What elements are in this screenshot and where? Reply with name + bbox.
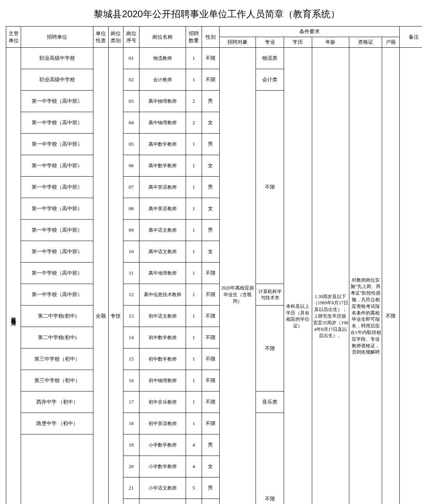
cell-qty: 1 xyxy=(186,306,202,327)
cell-edu: 本科及以上学历（具有相应的学位证） xyxy=(284,48,312,504)
cell-name: 高中物理教师 xyxy=(139,112,186,134)
cell-seq: 10 xyxy=(123,241,139,263)
cell-unit: 第二中学校(初中) xyxy=(21,327,93,349)
cell-name: 小学语文教师 xyxy=(139,477,186,499)
cell-qty: 1 xyxy=(186,241,202,263)
cell-unit: 第三中学校（初中） xyxy=(21,370,93,391)
cell-unit: 第一中学校（高中部） xyxy=(21,241,93,263)
cell-qty: 1 xyxy=(186,413,202,434)
cell-gender: 不限 xyxy=(202,69,219,91)
cell-gender: 男 xyxy=(202,434,219,456)
cell-gender: 不限 xyxy=(202,284,219,306)
cell-gender: 男 xyxy=(202,177,219,198)
cell-qty: 1 xyxy=(186,327,202,349)
cell-name: 初中数学教师 xyxy=(139,327,186,349)
table-row: 黎城县教育局职业高级中学校全额专技01物流教师1不限2020年高校应届毕业生（含… xyxy=(6,48,422,69)
th-target: 招聘对象 xyxy=(220,37,256,48)
cell-unit: 第一中学校（高中部） xyxy=(21,91,93,112)
th-nature: 单位性质 xyxy=(93,27,108,48)
cell-unit: 第一中学校（高中部） xyxy=(21,112,93,134)
cell-unit: 乡镇小学、县直小学 xyxy=(21,434,93,504)
cell-seq: 12 xyxy=(123,284,139,306)
cell-unit: 职业高级中学校 xyxy=(21,48,93,69)
cell-unit: 第一中学校（高中部） xyxy=(21,263,93,284)
cell-name: 高中语文教师 xyxy=(139,220,186,241)
th-qty: 招聘数量 xyxy=(186,27,202,48)
cell-gender: 女 xyxy=(202,499,219,504)
cell-remark xyxy=(400,48,422,504)
cell-cat: 专技 xyxy=(108,48,123,504)
th-cat: 岗位类别 xyxy=(108,27,123,48)
cell-name: 高中数学教师 xyxy=(139,155,186,177)
cell-major: 音乐类 xyxy=(256,391,284,413)
cell-name: 高中数学教师 xyxy=(139,134,186,155)
cell-qty: 1 xyxy=(186,155,202,177)
cell-seq: 21 xyxy=(123,477,139,499)
cell-unit: 第一中学校（高中部） xyxy=(21,198,93,220)
th-major: 专业 xyxy=(256,37,284,48)
cell-major: 计算机科学与技术类 xyxy=(256,284,284,306)
th-seq: 岗位序号 xyxy=(123,27,139,48)
cell-gender: 不限 xyxy=(202,48,219,69)
cell-unit: 第三中学校（初中） xyxy=(21,349,93,370)
cell-name: 高中地理教师 xyxy=(139,263,186,284)
cell-seq: 03 xyxy=(123,91,139,112)
cell-qty: 1 xyxy=(186,263,202,284)
cell-seq: 06 xyxy=(123,155,139,177)
cell-seq: 04 xyxy=(123,112,139,134)
cell-unit: 职业高级中学校 xyxy=(21,69,93,91)
cell-qty: 2 xyxy=(186,112,202,134)
th-name: 岗位名称 xyxy=(139,27,186,48)
cell-qty: 1 xyxy=(186,349,202,370)
th-unit: 招聘单位 xyxy=(21,27,93,48)
cell-seq: 17 xyxy=(123,391,139,413)
cell-gender: 女 xyxy=(202,241,219,263)
cell-seq: 15 xyxy=(123,349,139,370)
cell-qty: 1 xyxy=(186,370,202,391)
cell-name: 高中英语教师 xyxy=(139,198,186,220)
cell-qty: 1 xyxy=(186,177,202,198)
cell-gender: 不限 xyxy=(202,349,219,370)
cell-unit: 第一中学校（高中部） xyxy=(21,177,93,198)
cell-name: 初中物理教师 xyxy=(139,370,186,391)
cell-name: 高中物理教师 xyxy=(139,91,186,112)
cell-name: 初中语文教师 xyxy=(139,306,186,327)
cell-seq: 08 xyxy=(123,198,139,220)
cell-name: 会计教师 xyxy=(139,69,186,91)
cell-qty: 1 xyxy=(186,134,202,155)
cell-gender: 女 xyxy=(202,198,219,220)
cell-seq: 09 xyxy=(123,220,139,241)
recruitment-table: 主管单位 招聘单位 单位性质 岗位类别 岗位序号 岗位名称 招聘数量 性别 条件… xyxy=(6,26,422,504)
th-edu: 学历 xyxy=(284,37,312,48)
th-residence: 户籍 xyxy=(382,37,399,48)
cell-gender: 不限 xyxy=(202,306,219,327)
cell-unit: 西井中学 （初中） xyxy=(21,391,93,413)
cell-name: 物流教师 xyxy=(139,48,186,69)
cell-seq: 18 xyxy=(123,413,139,434)
cell-seq: 01 xyxy=(123,48,139,69)
cell-unit: 第二中学校(初中) xyxy=(21,306,93,327)
cell-gender: 不限 xyxy=(202,413,219,434)
cell-name: 高中信息技术教师 xyxy=(139,284,186,306)
cell-gender: 男 xyxy=(202,477,219,499)
cell-qty: 1 xyxy=(186,69,202,91)
cell-unit: 第一中学校（高中部） xyxy=(21,134,93,155)
th-remark: 备注 xyxy=(400,27,422,48)
cell-major: 物流类 xyxy=(256,48,284,69)
cell-gender: 不限 xyxy=(202,327,219,349)
cell-major: 会计类 xyxy=(256,69,284,91)
cell-seq: 19 xyxy=(123,434,139,456)
cell-gender: 女 xyxy=(202,112,219,134)
cell-major: 不限 xyxy=(256,306,284,391)
cell-name: 小学数学教师 xyxy=(139,434,186,456)
cell-seq: 14 xyxy=(123,327,139,349)
cell-gender: 女 xyxy=(202,155,219,177)
cell-qty: 5 xyxy=(186,499,202,504)
cell-gender: 不限 xyxy=(202,263,219,284)
th-cert: 资格证 xyxy=(349,37,382,48)
cell-gender: 男 xyxy=(202,220,219,241)
cell-qty: 4 xyxy=(186,456,202,477)
cell-gender: 不限 xyxy=(202,370,219,391)
cell-target: 2020年高校应届毕业生（含视同） xyxy=(220,48,256,504)
cell-qty: 1 xyxy=(186,284,202,306)
